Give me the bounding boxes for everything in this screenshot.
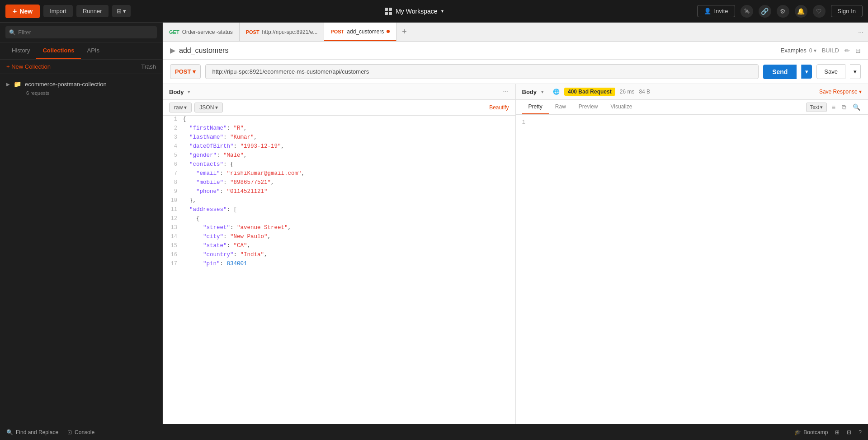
notification-icon-button[interactable]: 🔔 xyxy=(795,5,807,18)
code-line-11: 11 "addresses": [ xyxy=(163,206,515,215)
tab-label: http://ripu-spc:8921/e... xyxy=(262,29,318,35)
code-line-14: 14 "city": "New Paulo", xyxy=(163,233,515,242)
panel-more-button[interactable]: ··· xyxy=(503,88,509,96)
url-input[interactable] xyxy=(205,64,759,79)
tab-post-add-customers[interactable]: POST add_customers xyxy=(324,23,396,41)
search-icon: 🔍 xyxy=(9,29,16,36)
raw-dropdown-icon: ▾ xyxy=(184,104,187,111)
panel-icon[interactable]: ⊟ xyxy=(855,47,861,54)
resp-tab-visualize[interactable]: Visualize xyxy=(604,100,639,114)
response-time: 26 ms xyxy=(620,89,635,95)
resp-wrap-button[interactable]: ≡ xyxy=(830,102,837,112)
edit-icon[interactable]: ✏ xyxy=(844,47,850,54)
response-body-dropdown-icon[interactable]: ▾ xyxy=(541,89,544,95)
body-dropdown-icon[interactable]: ▾ xyxy=(188,89,190,95)
layout-bottom-button[interactable]: ⊞ xyxy=(835,429,840,435)
trash-button[interactable]: Trash xyxy=(141,63,156,70)
json-format-button[interactable]: JSON ▾ xyxy=(194,103,223,112)
request-header: ▶ add_customers Examples 0 ▾ BUILD ✏ ⊟ xyxy=(163,42,868,60)
workspace-chevron-icon: ▾ xyxy=(441,9,443,14)
import-button[interactable]: Import xyxy=(43,5,73,17)
code-line-3: 3 "lastName": "Kumar", xyxy=(163,134,515,143)
sidebar-tab-history[interactable]: History xyxy=(5,42,36,59)
tab-post-http[interactable]: POST http://ripu-spc:8921/e... xyxy=(240,23,325,41)
workspace-selector[interactable]: My Workspace ▾ xyxy=(134,8,693,15)
code-line-12: 12 { xyxy=(163,215,515,224)
sign-in-button[interactable]: Sign In xyxy=(831,5,863,17)
console-icon: ⊡ xyxy=(67,429,72,435)
save-response-button[interactable]: Save Response ▾ xyxy=(819,89,862,95)
status-badge: 400 Bad Request xyxy=(564,88,615,96)
plus-icon: + xyxy=(13,7,17,15)
code-line-8: 8 "mobile": "8986577521", xyxy=(163,179,515,188)
console-button[interactable]: ⊡ Console xyxy=(67,429,94,435)
examples-label: Examples xyxy=(781,47,807,54)
panels: Body ▾ ··· raw ▾ JSON ▾ Beautify xyxy=(163,84,868,424)
method-selector[interactable]: POST ▾ xyxy=(170,64,201,79)
tab-more-button[interactable]: ··· xyxy=(854,28,868,36)
runner-button[interactable]: Runner xyxy=(76,5,108,17)
satellite-icon-button[interactable]: 🛰 xyxy=(741,5,753,18)
resp-tab-raw[interactable]: Raw xyxy=(549,100,572,114)
code-line-5: 5 "gender": "Male", xyxy=(163,152,515,161)
collection-item[interactable]: ▶ 📁 ecommerce-postman-collection xyxy=(0,78,162,90)
resp-search-button[interactable]: 🔍 xyxy=(851,102,862,112)
tab-get-order-service[interactable]: GET Order-service -status xyxy=(163,23,240,41)
help-bottom-button[interactable]: ? xyxy=(859,429,862,435)
find-replace-button[interactable]: 🔍 Find and Replace xyxy=(6,429,58,435)
tabs-bar: GET Order-service -status POST http://ri… xyxy=(163,23,868,42)
add-tab-button[interactable]: + xyxy=(396,27,412,37)
response-panel-header: Body ▾ 🌐 400 Bad Request 26 ms 84 B Save… xyxy=(516,84,868,100)
sidebar-bottom-button[interactable]: ⊡ xyxy=(847,429,851,435)
examples-button[interactable]: Examples 0 ▾ xyxy=(781,47,816,54)
workspace-label: My Workspace xyxy=(396,8,437,15)
response-body: 1 xyxy=(516,115,868,424)
resp-tab-preview[interactable]: Preview xyxy=(572,100,604,114)
raw-format-button[interactable]: raw ▾ xyxy=(169,103,192,112)
invite-button[interactable]: 👤 Invite xyxy=(697,5,735,17)
tab-label: add_customers xyxy=(347,28,384,35)
resp-tab-pretty[interactable]: Pretty xyxy=(522,100,549,114)
main-content: GET Order-service -status POST http://ri… xyxy=(163,23,868,424)
chevron-right-icon: ▶ xyxy=(6,82,10,87)
sidebar-tab-apis[interactable]: APIs xyxy=(81,42,106,59)
bootcamp-button[interactable]: 🎓 Bootcamp xyxy=(794,429,828,435)
request-header-right: Examples 0 ▾ BUILD ✏ ⊟ xyxy=(781,47,861,54)
resp-format-button[interactable]: Text ▾ xyxy=(806,103,827,112)
bottombar-right: 🎓 Bootcamp ⊞ ⊡ ? xyxy=(794,429,862,435)
collection-list: ▶ 📁 ecommerce-postman-collection 6 reque… xyxy=(0,74,162,424)
save-dropdown-button[interactable]: ▾ xyxy=(850,64,861,79)
search-bottom-icon: 🔍 xyxy=(6,429,13,435)
resp-format-chevron-icon: ▾ xyxy=(820,104,823,110)
build-button[interactable]: BUILD xyxy=(822,47,839,54)
bottombar: 🔍 Find and Replace ⊡ Console 🎓 Bootcamp … xyxy=(0,424,868,440)
console-label: Console xyxy=(75,429,94,435)
layout-icon: ⊞ ▾ xyxy=(117,8,127,14)
folder-icon: 📁 xyxy=(14,80,21,88)
method-post-badge: POST xyxy=(246,29,259,35)
sidebar-actions: + New Collection Trash xyxy=(0,60,162,74)
code-line-1: 1 { xyxy=(163,116,515,125)
tab-label: Order-service -status xyxy=(182,29,233,35)
code-editor[interactable]: 1 { 2 "firstName": "R", 3 "lastName": "K… xyxy=(163,116,515,424)
bootcamp-label: Bootcamp xyxy=(803,429,828,435)
sidebar-tab-collections[interactable]: Collections xyxy=(36,42,80,59)
code-line-7: 7 "email": "rishiKumar@gmail.com", xyxy=(163,170,515,179)
new-collection-button[interactable]: + New Collection xyxy=(6,63,51,70)
filter-input[interactable] xyxy=(5,26,157,38)
resp-tab-right: Text ▾ ≡ ⧉ 🔍 xyxy=(806,102,862,112)
link-icon-button[interactable]: 🔗 xyxy=(759,5,771,18)
beautify-button[interactable]: Beautify xyxy=(489,104,509,111)
method-post-badge-2: POST xyxy=(330,29,344,34)
new-button[interactable]: + New xyxy=(5,5,40,18)
save-button[interactable]: Save xyxy=(816,64,845,79)
heart-icon-button[interactable]: ♡ xyxy=(813,5,826,18)
layout: 🔍 History Collections APIs + New Collect… xyxy=(0,23,868,424)
examples-count: 0 ▾ xyxy=(809,47,816,54)
layout-button[interactable]: ⊞ ▾ xyxy=(112,5,131,17)
settings-icon-button[interactable]: ⚙ xyxy=(777,5,789,18)
send-button[interactable]: Send xyxy=(763,65,797,79)
send-dropdown-button[interactable]: ▾ xyxy=(801,65,812,79)
save-response-dropdown-icon: ▾ xyxy=(859,89,862,95)
resp-copy-button[interactable]: ⧉ xyxy=(840,102,848,112)
